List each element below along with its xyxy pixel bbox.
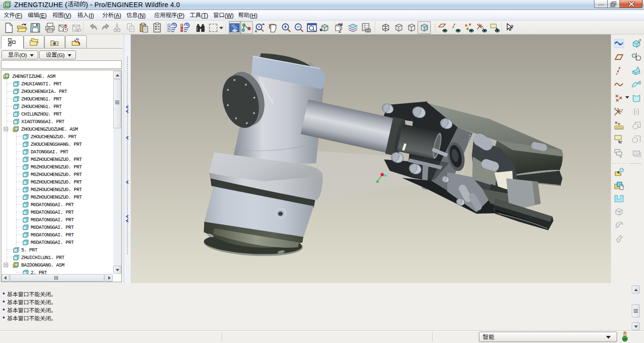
svg-text:x: x: [621, 108, 623, 111]
svg-text:z: z: [614, 113, 616, 116]
svg-text:z: z: [477, 27, 478, 30]
svg-text:7: 7: [620, 140, 622, 144]
svg-text:?: ?: [510, 23, 514, 30]
svg-text:y: y: [477, 23, 478, 25]
svg-text:x: x: [482, 26, 484, 29]
svg-text:AB: AB: [338, 22, 343, 26]
